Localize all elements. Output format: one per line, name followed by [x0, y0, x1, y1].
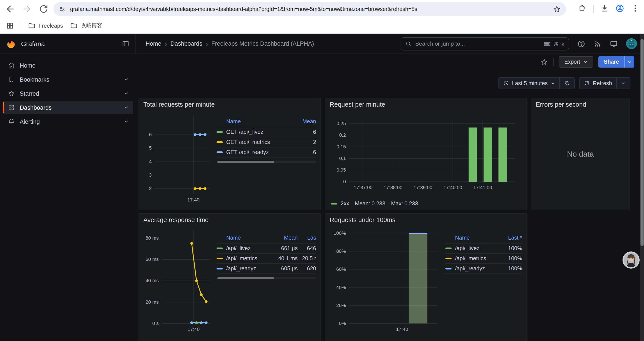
legend-scrollbar-thumb[interactable] — [218, 277, 274, 279]
series-name[interactable]: GET /api/_metrics — [226, 139, 270, 145]
column-name[interactable]: Name — [216, 119, 296, 125]
sidebar-item-starred[interactable]: Starred — [3, 87, 133, 100]
legend-row[interactable]: /api/_livez 661 µs 646 — [216, 243, 316, 253]
breadcrumb-dashboards[interactable]: Dashboards — [170, 40, 202, 47]
series-name[interactable]: /api/_readyz — [226, 265, 256, 272]
chevron-down-icon[interactable] — [124, 119, 129, 124]
series-name[interactable]: /api/_metrics — [226, 255, 257, 261]
legend-row[interactable]: /api/_metrics 100% — [446, 253, 522, 263]
chevron-down-icon[interactable] — [124, 105, 129, 110]
series-name[interactable]: 2xx — [341, 201, 349, 207]
svg-text:60%: 60% — [336, 266, 346, 272]
sidebar-toggle-icon[interactable] — [122, 40, 129, 47]
chevron-down-icon — [627, 60, 632, 64]
column-last[interactable]: Las — [298, 235, 316, 241]
panel-total-requests[interactable]: Total requests per minute 6543217:40 Nam… — [138, 98, 321, 210]
series-name[interactable]: /api/_livez — [226, 245, 250, 251]
time-range-picker[interactable]: Last 5 minutes — [499, 78, 560, 89]
svg-text:60 ms: 60 ms — [146, 256, 159, 262]
assistant-avatar-overlay[interactable] — [622, 251, 640, 269]
site-settings-icon[interactable] — [59, 6, 66, 13]
share-menu-button[interactable] — [624, 56, 634, 68]
forward-icon[interactable] — [22, 4, 32, 14]
sidebar-item-bookmarks[interactable]: Bookmarks — [3, 73, 133, 86]
news-rss-icon[interactable] — [594, 40, 602, 48]
legend-scrollbar[interactable] — [216, 161, 316, 163]
search-input[interactable]: Search or jump to... ⌘+k — [401, 37, 569, 50]
reload-icon[interactable] — [38, 4, 49, 14]
browser-menu-icon[interactable] — [631, 4, 640, 14]
svg-text:0.25: 0.25 — [336, 121, 346, 126]
series-name[interactable]: /api/_livez — [455, 245, 480, 251]
panel-errors-per-second[interactable]: Errors per second No data — [531, 98, 630, 210]
sidebar-item-home[interactable]: Home — [3, 59, 133, 72]
zoom-out-button[interactable] — [560, 78, 574, 89]
page-root: grafana.mathmast.com/d/deytv4rwavabkb/fr… — [0, 0, 644, 341]
extensions-icon[interactable] — [578, 4, 586, 14]
series-mean: 2 — [296, 139, 316, 145]
monitor-icon[interactable] — [610, 40, 618, 48]
user-avatar[interactable] — [626, 38, 637, 49]
favorite-star-icon[interactable] — [540, 58, 548, 66]
svg-text:17:38:00: 17:38:00 — [384, 185, 402, 190]
svg-text:40 ms: 40 ms — [146, 278, 159, 283]
legend-row[interactable]: /api/_readyz 100% — [446, 263, 522, 273]
column-name[interactable]: Name — [446, 235, 499, 241]
column-mean[interactable]: Mean — [296, 119, 316, 125]
series-name[interactable]: /api/_metrics — [455, 255, 486, 261]
sidebar-nav: Home Bookmarks Starred Dashboards Alerti… — [0, 54, 136, 341]
url-text[interactable]: grafana.mathmast.com/d/deytv4rwavabkb/fr… — [70, 6, 553, 12]
legend-row[interactable]: /api/_livez 100% — [446, 243, 522, 253]
refresh-interval-button[interactable] — [616, 78, 630, 89]
column-last[interactable]: Last * — [499, 235, 522, 241]
series-name[interactable]: /api/_readyz — [455, 265, 485, 272]
toolbar-separator — [593, 5, 594, 13]
panel-requests-under-100ms[interactable]: Requests under 100ms 100%80%60%40%20%0%1… — [325, 213, 527, 341]
legend-row[interactable]: GET /api/_metrics 2 — [216, 137, 316, 147]
export-button[interactable]: Export — [559, 56, 593, 68]
time-range-group: Last 5 minutes — [498, 77, 575, 89]
time-controls: Last 5 minutes Refresh — [136, 77, 644, 90]
download-icon[interactable] — [600, 4, 609, 14]
column-mean[interactable]: Mean — [278, 235, 298, 241]
refresh-button[interactable]: Refresh — [580, 78, 616, 89]
series-name[interactable]: GET /api/_livez — [226, 129, 263, 135]
bookmark-star-icon[interactable] — [553, 5, 561, 13]
bookmark-folder-blogs[interactable]: 收藏博客 — [70, 22, 102, 30]
series-mean: 40.1 ms — [278, 255, 298, 261]
breadcrumb-home[interactable]: Home — [146, 40, 161, 47]
panel-request-per-minute[interactable]: Request per minute 0.250.20.150.10.05017… — [325, 98, 527, 210]
legend-scrollbar[interactable] — [216, 277, 316, 279]
no-data-message: No data — [531, 98, 630, 210]
chevron-down-icon — [621, 81, 626, 85]
back-icon[interactable] — [5, 4, 15, 14]
svg-text:4: 4 — [149, 159, 152, 164]
panel-average-response-time[interactable]: Average response time 80 ms60 ms40 ms20 … — [138, 213, 321, 341]
header-actions: Search or jump to... ⌘+k — [401, 37, 637, 50]
bookmark-folder-freeleaps[interactable]: Freeleaps — [28, 22, 63, 30]
sidebar-item-label: Alerting — [20, 118, 40, 125]
page-scrollbar[interactable] — [640, 34, 644, 341]
chevron-down-icon[interactable] — [124, 77, 129, 82]
legend-row[interactable]: GET /api/_livez 6 — [216, 127, 316, 137]
legend-row[interactable]: GET /api/_readyz 6 — [216, 147, 316, 157]
share-button[interactable]: Share — [599, 56, 624, 68]
sidebar-item-dashboards[interactable]: Dashboards — [3, 101, 133, 114]
series-swatch — [216, 131, 223, 133]
grafana-logo-icon[interactable] — [6, 39, 16, 49]
series-name[interactable]: GET /api/_readyz — [226, 149, 269, 155]
url-bar[interactable]: grafana.mathmast.com/d/deytv4rwavabkb/fr… — [54, 2, 566, 16]
page-scrollbar-thumb[interactable] — [640, 39, 644, 246]
apps-grid-icon[interactable] — [6, 22, 14, 30]
sidebar-item-alerting[interactable]: Alerting — [3, 115, 133, 128]
chevron-down-icon[interactable] — [124, 91, 129, 96]
help-icon[interactable] — [577, 40, 585, 48]
column-name[interactable]: Name — [216, 235, 278, 241]
series-mean: 6 — [296, 129, 316, 135]
legend-scrollbar-thumb[interactable] — [218, 161, 274, 163]
profile-icon[interactable] — [616, 4, 624, 14]
legend-row[interactable]: /api/_readyz 605 µs 620 — [216, 263, 316, 273]
brand-name: Grafana — [21, 40, 45, 47]
panel-title: Average response time — [143, 216, 316, 223]
legend-row[interactable]: /api/_metrics 40.1 ms 20.5 r — [216, 253, 316, 263]
